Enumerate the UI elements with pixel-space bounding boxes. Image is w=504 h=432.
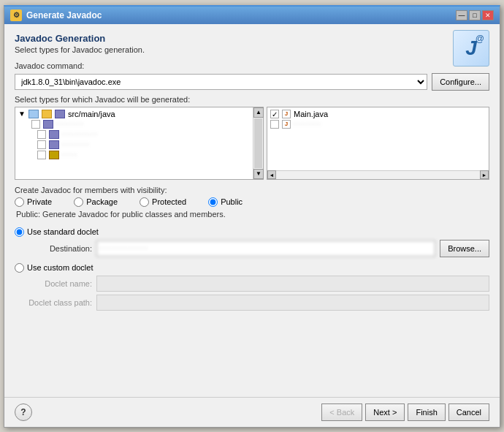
checkbox-1[interactable] [31, 120, 40, 129]
close-button[interactable]: ✕ [482, 10, 494, 20]
cancel-button[interactable]: Cancel [448, 403, 489, 421]
radio-public[interactable] [208, 197, 218, 207]
radio-package[interactable] [74, 197, 83, 207]
radio-public-label: Public [221, 197, 243, 206]
standard-doclet-label: Use standard doclet [27, 227, 99, 236]
section-title: Javadoc Generation [15, 33, 489, 44]
tree-item-label-4: · · · · [62, 151, 76, 159]
pkg-icon-1 [43, 120, 53, 129]
java-file-icon-1: J [282, 110, 291, 118]
visibility-radio-row: Private Package Protected Public [15, 197, 489, 207]
at-icon: @ [476, 34, 484, 44]
right-checkbox-1[interactable]: ✓ [270, 110, 279, 118]
javadoc-header-icon: J @ [453, 30, 489, 67]
tree-root-item[interactable]: ▼ src/main/java [17, 109, 251, 119]
hscroll-right-btn[interactable]: ► [480, 170, 489, 179]
visibility-description: Public: Generate Javadoc for public clas… [15, 210, 489, 219]
destination-label: Destination: [26, 244, 92, 253]
visibility-protected[interactable]: Protected [140, 197, 186, 207]
right-panel-hscrollbar[interactable]: ◄ ► [267, 170, 489, 179]
folder-icon-4 [49, 151, 59, 159]
checkbox-3[interactable] [37, 140, 46, 149]
maximize-button[interactable]: □ [469, 10, 481, 20]
visibility-section: Create Javadoc for members with visibili… [15, 186, 489, 223]
scroll-down-btn[interactable]: ▼ [253, 169, 264, 179]
tree-root-label: src/main/java [68, 110, 115, 118]
tree-item-1[interactable]: · · · · · · · [17, 119, 251, 129]
radio-package-label: Package [86, 197, 118, 206]
checkbox-2[interactable] [37, 130, 46, 139]
scroll-thumb[interactable] [254, 118, 262, 168]
checkbox-4[interactable] [37, 151, 46, 159]
doclet-classpath-row: Doclet class path: [15, 295, 489, 311]
javadoc-command-select[interactable]: jdk1.8.0_31\bin\javadoc.exe [15, 74, 427, 90]
tree-panels-container: ▼ src/main/java · · · · · · · [15, 107, 489, 180]
javadoc-command-label: Javadoc command: [15, 61, 489, 70]
dialog-footer: ? < Back Next > Finish Cancel [4, 397, 500, 427]
folder-icon [42, 110, 52, 118]
expand-arrow-icon: ▼ [18, 110, 26, 118]
right-tree-item-2[interactable]: J · · · · · · · [269, 119, 487, 129]
right-tree-label-2: · · · · · · · [294, 120, 320, 128]
right-checkbox-2[interactable] [270, 120, 279, 129]
title-bar-left: ⚙ Generate Javadoc [10, 10, 102, 21]
left-tree-panel: ▼ src/main/java · · · · · · · [15, 107, 264, 180]
tree-item-4[interactable]: · · · · [17, 150, 251, 160]
browse-button[interactable]: Browse... [440, 240, 489, 257]
title-bar: ⚙ Generate Javadoc — □ ✕ [4, 7, 500, 24]
destination-row: Destination: Browse... [15, 240, 489, 257]
tree-item-2[interactable]: · · · · · · · · · [17, 129, 251, 140]
doclet-name-row: Doclet name: [15, 276, 489, 292]
types-section-label: Select types for which Javadoc will be g… [15, 95, 489, 104]
tree-item-label-2: · · · · · · · · · [62, 130, 96, 138]
radio-protected-label: Protected [152, 197, 186, 206]
visibility-public[interactable]: Public [208, 197, 243, 207]
radio-standard-doclet[interactable] [15, 227, 24, 237]
javadoc-command-combo: jdk1.8.0_31\bin\javadoc.exe [15, 74, 427, 90]
help-button[interactable]: ? [15, 403, 32, 421]
finish-button[interactable]: Finish [408, 403, 445, 421]
back-button[interactable]: < Back [321, 403, 362, 421]
visibility-label: Create Javadoc for members with visibili… [15, 186, 489, 194]
custom-doclet-section: Use custom doclet Doclet name: Doclet cl… [15, 263, 489, 314]
title-controls: — □ ✕ [456, 10, 494, 20]
minimize-button[interactable]: — [456, 10, 467, 20]
footer-buttons: < Back Next > Finish Cancel [321, 403, 489, 421]
dialog-body: Javadoc Generation Select types for Java… [4, 24, 500, 397]
doclet-name-label: Doclet name: [26, 279, 92, 288]
right-tree-content: ✓ J Main.java J · · · · · · · [267, 107, 489, 170]
tree-item-3[interactable]: · · · · · · · [17, 140, 251, 150]
standard-doclet-radio-label[interactable]: Use standard doclet [15, 227, 489, 237]
dialog-title: Generate Javadoc [26, 10, 102, 20]
javadoc-command-row: jdk1.8.0_31\bin\javadoc.exe Configure... [15, 73, 489, 91]
radio-protected[interactable] [140, 197, 149, 207]
visibility-package[interactable]: Package [74, 197, 118, 207]
dialog-icon: ⚙ [10, 10, 22, 21]
next-button[interactable]: Next > [365, 403, 405, 421]
standard-doclet-section: Use standard doclet Destination: Browse.… [15, 227, 489, 260]
radio-custom-doclet[interactable] [15, 263, 24, 273]
header-section: Javadoc Generation Select types for Java… [15, 33, 489, 61]
visibility-private[interactable]: Private [15, 197, 52, 207]
left-tree-scrollbar[interactable]: ▲ ▼ [253, 107, 263, 179]
tree-item-label-1: · · · · · · · [56, 120, 83, 128]
package-icon [55, 110, 65, 118]
doclet-name-input [96, 276, 489, 292]
left-tree-content[interactable]: ▼ src/main/java · · · · · · · [15, 107, 253, 179]
java-file-icon-2: J [282, 120, 291, 129]
custom-doclet-radio-label[interactable]: Use custom doclet [15, 263, 489, 273]
right-tree-panel: ✓ J Main.java J · · · · · · · ◄ ► [267, 107, 489, 180]
radio-private[interactable] [15, 197, 24, 207]
doclet-classpath-input [96, 295, 489, 311]
configure-button[interactable]: Configure... [432, 73, 489, 91]
radio-private-label: Private [27, 197, 52, 206]
right-tree-item-1[interactable]: ✓ J Main.java [269, 109, 487, 119]
section-subtitle: Select types for Javadoc generation. [15, 45, 489, 54]
custom-doclet-label: Use custom doclet [27, 263, 93, 272]
generate-javadoc-dialog: ⚙ Generate Javadoc — □ ✕ Javadoc Generat… [4, 5, 500, 428]
doclet-classpath-label: Doclet class path: [26, 298, 92, 307]
destination-input[interactable] [96, 240, 435, 257]
tree-item-label-3: · · · · · · · [62, 140, 88, 148]
hscroll-left-btn[interactable]: ◄ [267, 170, 276, 179]
scroll-up-btn[interactable]: ▲ [253, 107, 264, 118]
